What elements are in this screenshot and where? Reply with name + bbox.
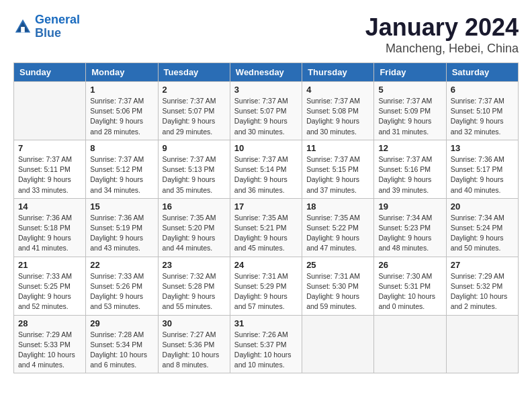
day-number: 24 — [234, 260, 298, 270]
header: General Blue January 2024 Mancheng, Hebe… — [13, 13, 519, 56]
calendar-cell: 17Sunrise: 7:35 AM Sunset: 5:21 PM Dayli… — [230, 198, 302, 257]
calendar-cell: 14Sunrise: 7:36 AM Sunset: 5:18 PM Dayli… — [14, 198, 86, 257]
title-block: January 2024 Mancheng, Hebei, China — [365, 13, 519, 56]
day-info: Sunrise: 7:37 AM Sunset: 5:16 PM Dayligh… — [378, 154, 441, 195]
day-number: 5 — [378, 85, 441, 95]
day-number: 21 — [18, 260, 81, 270]
calendar-cell: 4Sunrise: 7:37 AM Sunset: 5:08 PM Daylig… — [302, 82, 374, 140]
day-number: 29 — [90, 318, 153, 328]
calendar-cell: 1Sunrise: 7:37 AM Sunset: 5:06 PM Daylig… — [86, 82, 158, 140]
calendar-cell: 31Sunrise: 7:26 AM Sunset: 5:37 PM Dayli… — [230, 315, 302, 373]
day-info: Sunrise: 7:36 AM Sunset: 5:19 PM Dayligh… — [90, 213, 153, 254]
day-info: Sunrise: 7:34 AM Sunset: 5:23 PM Dayligh… — [378, 213, 441, 254]
calendar-cell: 18Sunrise: 7:35 AM Sunset: 5:22 PM Dayli… — [302, 198, 374, 257]
day-info: Sunrise: 7:37 AM Sunset: 5:11 PM Dayligh… — [18, 154, 81, 195]
calendar-cell: 13Sunrise: 7:36 AM Sunset: 5:17 PM Dayli… — [446, 140, 518, 198]
weekday-header-thursday: Thursday — [302, 63, 374, 82]
day-number: 22 — [90, 260, 153, 270]
day-info: Sunrise: 7:35 AM Sunset: 5:22 PM Dayligh… — [306, 213, 369, 254]
day-info: Sunrise: 7:36 AM Sunset: 5:18 PM Dayligh… — [18, 213, 81, 254]
day-number: 20 — [451, 201, 514, 212]
weekday-header-row: SundayMondayTuesdayWednesdayThursdayFrid… — [14, 63, 519, 82]
day-info: Sunrise: 7:30 AM Sunset: 5:31 PM Dayligh… — [378, 271, 441, 312]
logo-icon — [13, 17, 32, 36]
calendar-cell — [14, 82, 86, 140]
weekday-header-monday: Monday — [86, 63, 158, 82]
calendar-cell — [302, 315, 374, 373]
logo-line2: Blue — [35, 26, 61, 40]
calendar-cell: 7Sunrise: 7:37 AM Sunset: 5:11 PM Daylig… — [14, 140, 86, 198]
calendar-cell: 30Sunrise: 7:27 AM Sunset: 5:36 PM Dayli… — [158, 315, 230, 373]
weekday-header-friday: Friday — [374, 63, 446, 82]
day-number: 10 — [234, 143, 298, 153]
day-number: 14 — [18, 201, 81, 212]
calendar-table: SundayMondayTuesdayWednesdayThursdayFrid… — [13, 62, 519, 373]
day-number: 23 — [163, 260, 226, 270]
day-info: Sunrise: 7:27 AM Sunset: 5:36 PM Dayligh… — [163, 330, 226, 371]
calendar-cell: 23Sunrise: 7:32 AM Sunset: 5:28 PM Dayli… — [158, 257, 230, 315]
day-number: 26 — [378, 260, 441, 270]
day-info: Sunrise: 7:37 AM Sunset: 5:14 PM Dayligh… — [234, 154, 298, 195]
day-number: 31 — [234, 318, 298, 328]
calendar-cell: 8Sunrise: 7:37 AM Sunset: 5:12 PM Daylig… — [86, 140, 158, 198]
month-title: January 2024 — [365, 13, 519, 42]
calendar-cell: 19Sunrise: 7:34 AM Sunset: 5:23 PM Dayli… — [374, 198, 446, 257]
day-number: 1 — [90, 85, 153, 95]
day-number: 30 — [163, 318, 226, 328]
calendar-cell: 9Sunrise: 7:37 AM Sunset: 5:13 PM Daylig… — [158, 140, 230, 198]
calendar-cell — [374, 315, 446, 373]
day-info: Sunrise: 7:35 AM Sunset: 5:20 PM Dayligh… — [163, 213, 226, 254]
day-number: 11 — [306, 143, 369, 153]
day-info: Sunrise: 7:31 AM Sunset: 5:29 PM Dayligh… — [234, 271, 298, 312]
calendar-cell — [446, 315, 518, 373]
day-number: 6 — [451, 85, 514, 95]
day-info: Sunrise: 7:26 AM Sunset: 5:37 PM Dayligh… — [234, 330, 298, 371]
day-number: 12 — [378, 143, 441, 153]
calendar-cell: 12Sunrise: 7:37 AM Sunset: 5:16 PM Dayli… — [374, 140, 446, 198]
location-title: Mancheng, Hebei, China — [365, 42, 519, 56]
weekday-header-saturday: Saturday — [446, 63, 518, 82]
day-number: 17 — [234, 201, 298, 212]
week-row-4: 21Sunrise: 7:33 AM Sunset: 5:25 PM Dayli… — [14, 257, 519, 315]
day-number: 25 — [306, 260, 369, 270]
day-number: 13 — [451, 143, 514, 153]
day-number: 2 — [163, 85, 226, 95]
day-info: Sunrise: 7:36 AM Sunset: 5:17 PM Dayligh… — [451, 154, 514, 195]
weekday-header-tuesday: Tuesday — [158, 63, 230, 82]
day-info: Sunrise: 7:37 AM Sunset: 5:08 PM Dayligh… — [306, 96, 369, 137]
calendar-cell: 10Sunrise: 7:37 AM Sunset: 5:14 PM Dayli… — [230, 140, 302, 198]
calendar-cell: 2Sunrise: 7:37 AM Sunset: 5:07 PM Daylig… — [158, 82, 230, 140]
calendar-cell: 3Sunrise: 7:37 AM Sunset: 5:07 PM Daylig… — [230, 82, 302, 140]
calendar-cell: 11Sunrise: 7:37 AM Sunset: 5:15 PM Dayli… — [302, 140, 374, 198]
calendar-cell: 20Sunrise: 7:34 AM Sunset: 5:24 PM Dayli… — [446, 198, 518, 257]
calendar-cell: 27Sunrise: 7:29 AM Sunset: 5:32 PM Dayli… — [446, 257, 518, 315]
day-info: Sunrise: 7:33 AM Sunset: 5:26 PM Dayligh… — [90, 271, 153, 312]
day-info: Sunrise: 7:29 AM Sunset: 5:32 PM Dayligh… — [451, 271, 514, 312]
week-row-5: 28Sunrise: 7:29 AM Sunset: 5:33 PM Dayli… — [14, 315, 519, 373]
calendar-cell: 24Sunrise: 7:31 AM Sunset: 5:29 PM Dayli… — [230, 257, 302, 315]
weekday-header-sunday: Sunday — [14, 63, 86, 82]
day-info: Sunrise: 7:37 AM Sunset: 5:13 PM Dayligh… — [163, 154, 226, 195]
logo-text: General Blue — [35, 13, 80, 40]
day-number: 27 — [451, 260, 514, 270]
day-number: 3 — [234, 85, 298, 95]
calendar-cell: 25Sunrise: 7:31 AM Sunset: 5:30 PM Dayli… — [302, 257, 374, 315]
calendar-cell: 28Sunrise: 7:29 AM Sunset: 5:33 PM Dayli… — [14, 315, 86, 373]
logo-line1: General — [35, 13, 80, 26]
calendar-cell: 6Sunrise: 7:37 AM Sunset: 5:10 PM Daylig… — [446, 82, 518, 140]
week-row-3: 14Sunrise: 7:36 AM Sunset: 5:18 PM Dayli… — [14, 198, 519, 257]
day-info: Sunrise: 7:31 AM Sunset: 5:30 PM Dayligh… — [306, 271, 369, 312]
calendar-cell: 26Sunrise: 7:30 AM Sunset: 5:31 PM Dayli… — [374, 257, 446, 315]
day-info: Sunrise: 7:33 AM Sunset: 5:25 PM Dayligh… — [18, 271, 81, 312]
day-number: 4 — [306, 85, 369, 95]
logo: General Blue — [13, 13, 80, 40]
week-row-1: 1Sunrise: 7:37 AM Sunset: 5:06 PM Daylig… — [14, 82, 519, 140]
day-info: Sunrise: 7:37 AM Sunset: 5:15 PM Dayligh… — [306, 154, 369, 195]
calendar-cell: 15Sunrise: 7:36 AM Sunset: 5:19 PM Dayli… — [86, 198, 158, 257]
day-number: 7 — [18, 143, 81, 153]
day-info: Sunrise: 7:37 AM Sunset: 5:09 PM Dayligh… — [378, 96, 441, 137]
day-info: Sunrise: 7:37 AM Sunset: 5:06 PM Dayligh… — [90, 96, 153, 137]
calendar-cell: 22Sunrise: 7:33 AM Sunset: 5:26 PM Dayli… — [86, 257, 158, 315]
day-number: 8 — [90, 143, 153, 153]
day-info: Sunrise: 7:32 AM Sunset: 5:28 PM Dayligh… — [163, 271, 226, 312]
